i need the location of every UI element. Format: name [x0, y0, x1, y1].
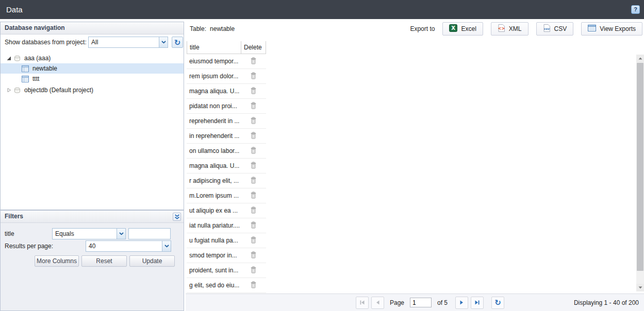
table-row[interactable]: magna aliqua. U...	[187, 84, 266, 99]
trash-icon[interactable]	[250, 206, 257, 215]
row-delete-cell[interactable]	[241, 236, 266, 245]
row-delete-cell[interactable]	[241, 177, 266, 185]
vertical-scrollbar[interactable]	[636, 55, 644, 291]
row-title-cell[interactable]: ut aliquip ex ea ...	[187, 207, 241, 214]
results-per-page-combo[interactable]: 40	[86, 240, 171, 252]
table-row[interactable]: proident, sunt in...	[187, 263, 266, 278]
trash-icon[interactable]	[250, 251, 257, 260]
scroll-down-icon[interactable]	[636, 284, 644, 291]
tree-node-label[interactable]: tttt	[32, 75, 39, 82]
more-columns-button[interactable]: More Columns	[35, 255, 79, 267]
table-row[interactable]: in reprehenderit ...	[187, 129, 266, 144]
trash-icon[interactable]	[250, 177, 257, 185]
next-page-button[interactable]	[455, 297, 468, 309]
collapse-panel-icon[interactable]	[173, 213, 181, 221]
chevron-down-icon[interactable]	[162, 240, 171, 252]
row-delete-cell[interactable]	[241, 57, 266, 66]
update-button[interactable]: Update	[129, 255, 175, 267]
table-row[interactable]: u fugiat nulla pa...	[187, 233, 266, 248]
row-delete-cell[interactable]	[241, 132, 266, 141]
chevron-down-icon[interactable]	[159, 37, 168, 48]
row-title-cell[interactable]: proident, sunt in...	[187, 267, 241, 274]
help-icon[interactable]: ?	[631, 5, 640, 14]
tree-node-newtable[interactable]: newtable	[1, 63, 184, 74]
row-delete-cell[interactable]	[241, 162, 266, 170]
row-title-cell[interactable]: r adipiscing elit, ...	[187, 177, 241, 184]
tree-expanded-icon[interactable]	[5, 56, 13, 61]
operator-value[interactable]: Equals	[52, 228, 117, 239]
first-page-button[interactable]	[356, 297, 369, 309]
row-title-cell[interactable]: in reprehenderit ...	[187, 132, 241, 140]
row-delete-cell[interactable]	[241, 206, 266, 215]
row-title-cell[interactable]: eiusmod tempor...	[187, 58, 241, 65]
view-exports-button[interactable]: View Exports	[581, 22, 642, 36]
tree-node-label[interactable]: aaa (aaa)	[24, 55, 51, 62]
row-delete-cell[interactable]	[241, 72, 266, 81]
row-title-cell[interactable]: rem ipsum dolor...	[187, 73, 241, 80]
trash-icon[interactable]	[250, 236, 257, 245]
row-title-cell[interactable]: magna aliqua. U...	[187, 88, 241, 95]
row-delete-cell[interactable]	[241, 192, 266, 200]
trash-icon[interactable]	[250, 117, 257, 126]
operator-combo[interactable]: Equals	[52, 228, 126, 239]
chevron-down-icon[interactable]	[117, 228, 126, 239]
export-excel-button[interactable]: X Excel	[442, 22, 483, 36]
row-delete-cell[interactable]	[241, 87, 266, 96]
row-delete-cell[interactable]	[241, 281, 266, 290]
row-title-cell[interactable]: smod tempor in...	[187, 252, 241, 259]
project-filter-combo[interactable]: All	[88, 37, 168, 48]
last-page-button[interactable]	[471, 297, 484, 309]
column-header-title[interactable]: title	[187, 41, 241, 54]
column-header-delete[interactable]: Delete	[241, 41, 266, 54]
tree-node-label[interactable]: objectdb (Default project)	[24, 87, 93, 94]
trash-icon[interactable]	[250, 162, 257, 170]
trash-icon[interactable]	[250, 192, 257, 200]
row-delete-cell[interactable]	[241, 102, 266, 111]
export-csv-button[interactable]: csv CSV	[536, 22, 574, 36]
row-title-cell[interactable]: magna aliqua. U...	[187, 162, 241, 169]
table-row[interactable]: on ullamco labor...	[187, 144, 266, 159]
trash-icon[interactable]	[250, 72, 257, 81]
scroll-up-icon[interactable]	[636, 55, 644, 62]
scrollbar-thumb[interactable]	[637, 63, 643, 271]
row-title-cell[interactable]: u fugiat nulla pa...	[187, 237, 241, 244]
trash-icon[interactable]	[250, 132, 257, 141]
page-number-input[interactable]	[410, 298, 432, 307]
table-row[interactable]: iat nulla pariatur....	[187, 218, 266, 233]
project-filter-value[interactable]: All	[88, 37, 159, 48]
trash-icon[interactable]	[250, 57, 257, 66]
row-delete-cell[interactable]	[241, 251, 266, 260]
results-per-page-value[interactable]: 40	[86, 240, 162, 252]
tree-node-tttt[interactable]: tttt	[1, 74, 184, 84]
table-row[interactable]: ut aliquip ex ea ...	[187, 203, 266, 218]
tree-node-aaa[interactable]: aaa (aaa)	[1, 53, 184, 63]
export-xml-button[interactable]: <> XML	[491, 22, 529, 36]
trash-icon[interactable]	[250, 87, 257, 96]
table-row[interactable]: reprehenderit in ...	[187, 114, 266, 129]
tree-node-label[interactable]: newtable	[32, 65, 57, 72]
row-title-cell[interactable]: g elit, sed do eiu...	[187, 282, 241, 289]
table-row[interactable]: magna aliqua. U...	[187, 159, 266, 174]
table-row[interactable]: smod tempor in...	[187, 248, 266, 263]
table-row[interactable]: r adipiscing elit, ...	[187, 174, 266, 188]
row-delete-cell[interactable]	[241, 147, 266, 156]
trash-icon[interactable]	[250, 266, 257, 275]
row-title-cell[interactable]: reprehenderit in ...	[187, 117, 241, 125]
table-row[interactable]: g elit, sed do eiu...	[187, 278, 266, 293]
refresh-grid-button[interactable]: ↻	[491, 297, 504, 309]
trash-icon[interactable]	[250, 221, 257, 230]
row-delete-cell[interactable]	[241, 221, 266, 230]
table-row[interactable]: rem ipsum dolor...	[187, 69, 266, 84]
row-delete-cell[interactable]	[241, 117, 266, 126]
row-title-cell[interactable]: iat nulla pariatur....	[187, 222, 241, 229]
trash-icon[interactable]	[250, 102, 257, 111]
table-row[interactable]: pidatat non proi...	[187, 99, 266, 114]
row-delete-cell[interactable]	[241, 266, 266, 275]
tree-collapsed-icon[interactable]	[5, 88, 13, 93]
row-title-cell[interactable]: m.Lorem ipsum ...	[187, 192, 241, 199]
reset-button[interactable]: Reset	[81, 255, 127, 267]
trash-icon[interactable]	[250, 281, 257, 290]
row-title-cell[interactable]: pidatat non proi...	[187, 102, 241, 110]
tree-node-objectdb[interactable]: objectdb (Default project)	[1, 85, 184, 95]
trash-icon[interactable]	[250, 147, 257, 156]
